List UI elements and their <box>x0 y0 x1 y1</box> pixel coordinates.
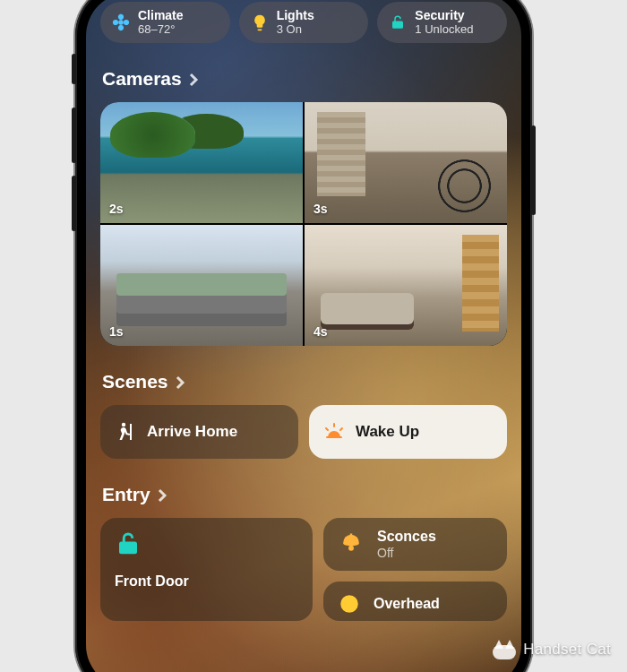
camera-feed[interactable]: 2s <box>100 102 303 223</box>
section-header-cameras[interactable]: Cameras <box>102 68 505 90</box>
camera-timestamp: 2s <box>109 202 124 216</box>
camera-feed[interactable]: 3s <box>305 102 507 223</box>
section-title: Cameras <box>102 68 182 90</box>
svg-point-0 <box>118 20 124 25</box>
tile-title: Front Door <box>115 573 298 590</box>
chevron-right-icon <box>171 376 184 389</box>
phone-side-button <box>531 125 536 215</box>
bulb-icon <box>250 13 270 32</box>
phone-side-button <box>72 176 76 231</box>
tile-front-door[interactable]: Front Door <box>100 518 313 620</box>
chip-security[interactable]: Security 1 Unlocked <box>377 2 507 43</box>
tile-subtitle: Off <box>377 546 436 560</box>
camera-feed[interactable]: 1s <box>100 225 303 346</box>
ceiling-light-icon <box>338 531 365 558</box>
camera-feed[interactable]: 4s <box>305 225 507 346</box>
sunrise-icon <box>323 421 345 443</box>
section-header-scenes[interactable]: Scenes <box>102 371 505 392</box>
chip-subtitle: 3 On <box>277 23 314 36</box>
bulb-icon <box>338 592 361 616</box>
lock-icon <box>388 13 408 32</box>
svg-point-5 <box>348 545 354 550</box>
chip-subtitle: 1 Unlocked <box>415 23 473 36</box>
phone-side-button <box>72 108 76 163</box>
chip-lights[interactable]: Lights 3 On <box>239 2 369 43</box>
camera-timestamp: 4s <box>314 324 328 339</box>
scene-label: Arrive Home <box>147 423 237 441</box>
phone-side-button <box>72 54 76 84</box>
section-title: Entry <box>102 484 150 505</box>
phone-frame: Climate 68–72° Lights 3 On <box>75 0 532 672</box>
lock-icon <box>115 530 142 557</box>
watermark-text: Handset Cat <box>523 641 611 659</box>
tile-title: Sconces <box>377 529 436 545</box>
section-title: Scenes <box>102 371 168 392</box>
chevron-right-icon <box>185 73 198 86</box>
chevron-right-icon <box>154 489 167 502</box>
cat-icon <box>493 640 516 659</box>
camera-timestamp: 1s <box>109 324 124 339</box>
camera-timestamp: 3s <box>314 202 328 216</box>
scene-arrive-home[interactable]: Arrive Home <box>100 405 298 459</box>
category-chips-row: Climate 68–72° Lights 3 On <box>100 2 507 43</box>
entry-row: Front Door Sconces Off <box>100 518 507 620</box>
chip-subtitle: 68–72° <box>138 23 184 36</box>
scene-label: Wake Up <box>356 423 419 441</box>
tile-title: Overhead <box>374 596 440 612</box>
svg-point-6 <box>340 595 358 613</box>
scene-wake-up[interactable]: Wake Up <box>309 405 507 459</box>
tile-overhead[interactable]: Overhead <box>323 582 507 621</box>
chip-climate[interactable]: Climate 68–72° <box>100 2 230 43</box>
watermark: Handset Cat <box>493 640 611 659</box>
fan-icon <box>111 13 131 32</box>
camera-grid: 2s 3s 1s 4s <box>100 102 507 346</box>
svg-rect-2 <box>130 424 132 440</box>
chip-title: Climate <box>138 9 184 22</box>
scenes-row: Arrive Home Wake Up <box>100 405 507 459</box>
phone-screen: Climate 68–72° Lights 3 On <box>86 0 521 672</box>
person-arriving-icon <box>115 421 136 443</box>
svg-point-1 <box>122 423 125 426</box>
chip-title: Lights <box>277 9 314 22</box>
tile-sconces[interactable]: Sconces Off <box>323 518 507 570</box>
section-header-entry[interactable]: Entry <box>102 484 505 505</box>
chip-title: Security <box>415 9 473 22</box>
svg-point-4 <box>343 541 359 546</box>
